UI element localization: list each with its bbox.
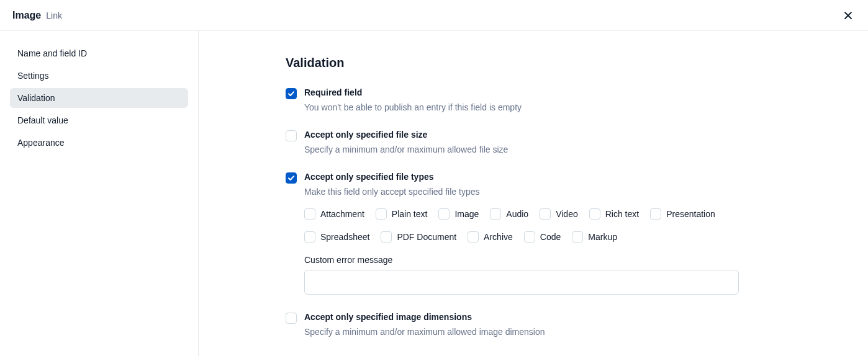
- file-type-plain-text[interactable]: Plain text: [376, 208, 428, 220]
- dialog-title-group: Image Link: [12, 10, 62, 21]
- file-type-label: Markup: [588, 232, 617, 242]
- option-body: Accept only specified file types Make th…: [304, 172, 745, 295]
- close-button[interactable]: [841, 8, 856, 23]
- sidebar-nav: Name and field ID Settings Validation De…: [0, 31, 199, 356]
- image-dimensions-checkbox[interactable]: [286, 313, 297, 324]
- option-description: You won't be able to publish an entry if…: [304, 102, 745, 112]
- file-type-label: Image: [454, 209, 479, 219]
- file-type-rich-text[interactable]: Rich text: [589, 208, 639, 220]
- file-types-list: Attachment Plain text Image Audio: [304, 208, 745, 243]
- file-type-markup[interactable]: Markup: [572, 231, 617, 243]
- sidebar-item-default-value[interactable]: Default value: [10, 110, 188, 130]
- custom-error-input[interactable]: [304, 270, 739, 295]
- option-required-field: Required field You won't be able to publ…: [286, 87, 745, 112]
- file-types-checkbox[interactable]: [286, 172, 297, 184]
- custom-error-label: Custom error message: [304, 255, 745, 265]
- file-type-attachment[interactable]: Attachment: [304, 208, 364, 220]
- option-label: Required field: [304, 87, 745, 97]
- dialog-body: Name and field ID Settings Validation De…: [0, 31, 868, 356]
- file-type-checkbox[interactable]: [589, 208, 600, 220]
- file-type-label: Archive: [484, 232, 513, 242]
- file-type-spreadsheet[interactable]: Spreadsheet: [304, 231, 369, 243]
- option-body: Required field You won't be able to publ…: [304, 87, 745, 112]
- sidebar-item-appearance[interactable]: Appearance: [10, 133, 188, 153]
- file-type-archive[interactable]: Archive: [468, 231, 513, 243]
- option-description: Specify a minimum and/or maximum allowed…: [304, 145, 745, 154]
- file-type-checkbox[interactable]: [468, 231, 479, 243]
- file-type-label: PDF Document: [397, 232, 456, 242]
- file-type-checkbox[interactable]: [438, 208, 450, 220]
- option-label: Accept only specified file types: [304, 172, 745, 182]
- file-type-label: Code: [540, 232, 561, 242]
- file-type-label: Audio: [506, 209, 528, 219]
- option-body: Accept only specified file size Specify …: [304, 130, 745, 154]
- option-label: Accept only specified file size: [304, 130, 745, 140]
- file-type-image[interactable]: Image: [438, 208, 479, 220]
- sidebar-item-name-id[interactable]: Name and field ID: [10, 43, 188, 63]
- file-type-label: Presentation: [666, 209, 715, 219]
- sidebar-item-settings[interactable]: Settings: [10, 66, 188, 86]
- file-type-checkbox[interactable]: [304, 231, 315, 243]
- check-icon: [287, 174, 295, 182]
- file-type-checkbox[interactable]: [650, 208, 661, 220]
- section-title: Validation: [286, 56, 843, 70]
- file-type-label: Plain text: [392, 209, 428, 219]
- file-type-checkbox[interactable]: [572, 231, 583, 243]
- file-type-pdf[interactable]: PDF Document: [381, 231, 456, 243]
- option-file-size: Accept only specified file size Specify …: [286, 130, 745, 154]
- option-label: Accept only specified image dimensions: [304, 312, 745, 322]
- file-type-label: Attachment: [320, 209, 364, 219]
- close-icon: [843, 11, 853, 20]
- option-description: Make this field only accept specified fi…: [304, 187, 745, 197]
- option-image-dimensions: Accept only specified image dimensions S…: [286, 312, 745, 337]
- option-body: Accept only specified image dimensions S…: [304, 312, 745, 337]
- file-type-checkbox[interactable]: [540, 208, 551, 220]
- option-description: Specify a minimum and/or maximum allowed…: [304, 327, 745, 337]
- file-size-checkbox[interactable]: [286, 130, 297, 141]
- dialog-subtitle: Link: [46, 11, 62, 20]
- check-icon: [287, 90, 295, 97]
- field-settings-dialog: Image Link Name and field ID Settings Va…: [0, 0, 868, 356]
- file-type-checkbox[interactable]: [490, 208, 501, 220]
- file-type-checkbox[interactable]: [524, 231, 535, 243]
- file-type-audio[interactable]: Audio: [490, 208, 528, 220]
- dialog-header: Image Link: [0, 0, 868, 31]
- required-field-checkbox[interactable]: [286, 88, 297, 99]
- sidebar-item-validation[interactable]: Validation: [10, 88, 188, 108]
- file-type-label: Video: [556, 209, 578, 219]
- main-panel: Validation Required field You won't be a…: [199, 31, 868, 356]
- file-type-code[interactable]: Code: [524, 231, 561, 243]
- file-type-label: Spreadsheet: [320, 232, 369, 242]
- file-type-checkbox[interactable]: [376, 208, 387, 220]
- dialog-title: Image: [12, 10, 41, 21]
- file-type-label: Rich text: [605, 209, 639, 219]
- file-type-checkbox[interactable]: [304, 208, 315, 220]
- file-type-checkbox[interactable]: [381, 231, 392, 243]
- file-type-presentation[interactable]: Presentation: [650, 208, 715, 220]
- file-type-video[interactable]: Video: [540, 208, 578, 220]
- option-file-types: Accept only specified file types Make th…: [286, 172, 745, 295]
